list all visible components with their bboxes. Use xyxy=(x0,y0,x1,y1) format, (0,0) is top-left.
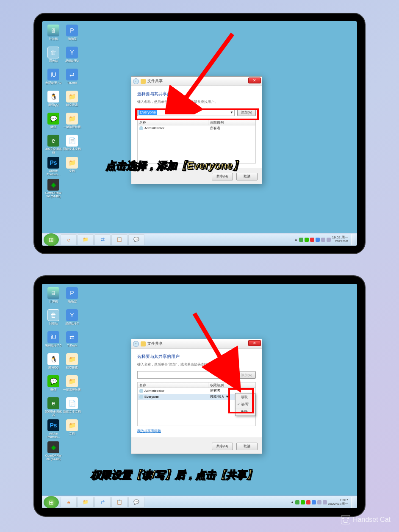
trouble-link[interactable]: 我的共享有问题 xyxy=(137,429,256,433)
dialog-body: 选择要与其共享的用户 键入名称，然后单击"添加"，或者单击箭头查找用户。 Eve… xyxy=(131,86,262,168)
tray-icon[interactable] xyxy=(316,238,320,242)
chevron-down-icon[interactable]: ▼ xyxy=(225,395,229,399)
user-list: Administrator 所有者 xyxy=(137,125,256,163)
user-list: Administrator 所有者 Everyone 读取/写入 ▼ ✓读取 ✓… xyxy=(137,388,256,426)
tray-icon[interactable] xyxy=(306,500,310,504)
chevron-down-icon[interactable]: ▼ xyxy=(230,111,233,114)
yimei-icon: Y xyxy=(66,309,78,321)
volume-icon[interactable] xyxy=(327,238,331,242)
back-icon[interactable]: ← xyxy=(133,78,139,84)
task-item[interactable]: 📁 xyxy=(78,234,94,245)
network-icon[interactable] xyxy=(321,238,325,242)
desktop-icon-mima[interactable]: iU密码助手7.0 xyxy=(44,331,62,352)
task-item[interactable]: 📋 xyxy=(111,497,127,508)
show-desktop-button[interactable] xyxy=(351,234,355,245)
desktop-icon-todesk[interactable]: ⇄ToDesk xyxy=(63,69,81,90)
desktop-icon-yijian[interactable]: 📁一键清理垃圾 xyxy=(63,113,81,134)
task-item[interactable]: 💬 xyxy=(128,497,144,508)
tray-icon[interactable] xyxy=(295,500,299,504)
desktop-icon-newtxt[interactable]: 📄新建文本文档 xyxy=(63,397,81,418)
desktop-icon-qq[interactable]: 🐧腾讯QQ xyxy=(44,353,62,374)
icon-label: 啪啪宝 xyxy=(63,300,81,303)
desktop-icon-computer[interactable]: 🖥计算机 xyxy=(44,25,62,46)
cancel-button[interactable]: 取消 xyxy=(236,173,258,180)
user-combobox[interactable]: ▼ xyxy=(137,371,235,379)
start-button[interactable]: ⊞ xyxy=(44,233,59,246)
desktop-icon-wechat[interactable]: 💬微信 xyxy=(44,113,62,134)
tray-icon[interactable] xyxy=(299,238,303,242)
start-button[interactable]: ⊞ xyxy=(44,496,59,509)
share-button[interactable]: 共享(H) xyxy=(212,443,233,450)
desktop-icon-wechat[interactable]: 💬微信 xyxy=(44,375,62,396)
table-row[interactable]: Administrator 所有者 xyxy=(138,125,255,131)
add-button[interactable]: 添加(A) xyxy=(237,108,256,116)
tray-icon[interactable] xyxy=(305,238,309,242)
share-button[interactable]: 共享(H) xyxy=(212,173,233,180)
desktop-icon-cdr[interactable]: ◆CorelDRAW X6 (64-Bit) xyxy=(44,441,62,463)
user-combobox[interactable]: Everyone ▼ xyxy=(137,108,235,116)
menu-item-remove[interactable]: ✓删除 xyxy=(236,408,255,416)
user-input-row: ▼ 添加(A) xyxy=(137,371,256,379)
menu-item-readwrite[interactable]: ✓读/写 xyxy=(236,401,255,408)
desktop-icon-papasou[interactable]: P啪啪宝 xyxy=(63,287,81,308)
desktop-icon-newtxt[interactable]: 📄新建文本文档 xyxy=(63,135,81,156)
task-item[interactable]: e xyxy=(61,234,77,245)
close-button[interactable]: ✕ xyxy=(248,78,261,83)
task-item[interactable]: 💬 xyxy=(128,234,144,245)
desktop-icon-cdr[interactable]: ◆CorelDRAW X6 (64-Bit) xyxy=(44,179,62,200)
dialog-heading: 选择要与其共享的用户 xyxy=(137,91,256,97)
cancel-button[interactable]: 取消 xyxy=(236,443,258,450)
user-input-row: Everyone ▼ 添加(A) xyxy=(137,108,256,116)
task-item[interactable]: 📋 xyxy=(111,234,127,245)
desktop-icon-yimei[interactable]: Y易媒助手2 xyxy=(63,47,81,68)
tray-icon[interactable] xyxy=(301,500,305,504)
desktop-icon-yijian[interactable]: 📁一键清理垃圾 xyxy=(63,375,81,396)
chevron-down-icon[interactable]: ▼ xyxy=(230,373,233,377)
network-icon[interactable] xyxy=(317,500,321,504)
desktop-icon-docs[interactable]: 📁文档 xyxy=(63,419,81,441)
desktop-icon-todesk[interactable]: ⇄ToDesk xyxy=(63,331,81,352)
tray-icon[interactable] xyxy=(312,500,316,504)
task-item[interactable]: ⇄ xyxy=(94,497,111,508)
close-button[interactable]: ✕ xyxy=(248,340,261,346)
desktop-icon-recycle[interactable]: 🗑回收站 xyxy=(44,47,62,68)
desktop-icon-jingkong[interactable]: 📁精空投递 xyxy=(63,91,81,112)
back-icon[interactable]: ← xyxy=(133,341,139,347)
desktop-icon-360[interactable]: e360安全浏览器 xyxy=(44,397,62,418)
task-item[interactable]: e xyxy=(61,497,77,508)
desktop-icon-jingkong[interactable]: 📁精空投递 xyxy=(63,353,81,374)
desktop-icon-docs[interactable]: 📁文档 xyxy=(63,157,81,178)
add-button[interactable]: 添加(A) xyxy=(237,371,256,379)
icon-label: 一键清理垃圾 xyxy=(63,125,81,129)
task-item[interactable]: 📁 xyxy=(78,497,94,508)
icon-label: 微信 xyxy=(44,388,62,391)
desktop-icon-computer[interactable]: 🖥计算机 xyxy=(44,287,62,308)
volume-icon[interactable] xyxy=(323,500,327,504)
dialog-title-icon xyxy=(141,341,146,346)
tray-icon[interactable] xyxy=(310,238,314,242)
desktop-icon-mima[interactable]: iU密码助手7.0 xyxy=(44,69,62,90)
clock[interactable]: 19:07 2022/8/8周一 xyxy=(328,499,348,506)
desktop-icon-yimei[interactable]: Y易媒助手2 xyxy=(63,309,81,330)
desktop-icon-360[interactable]: e360安全浏览器 xyxy=(44,135,62,156)
icon-label: 计算机 xyxy=(44,300,62,303)
task-item[interactable]: ⇄ xyxy=(94,234,111,245)
caption-top: 点击选择，添加【Everyone】 xyxy=(105,159,243,172)
desktop-icon-ps[interactable]: PsAdobe Photosh... xyxy=(44,419,62,441)
desktop-icon-qq[interactable]: 🐧腾讯QQ xyxy=(44,91,62,112)
desktop-icon-papasou[interactable]: P啪啪宝 xyxy=(63,25,81,46)
clock[interactable]: 19:02 周一 2022/8/8 xyxy=(332,236,348,244)
icon-label: 微信 xyxy=(44,125,62,129)
tray-expand-icon[interactable]: ▲ xyxy=(291,500,294,504)
menu-item-read[interactable]: ✓读取 xyxy=(236,393,255,401)
desktop-icon-recycle[interactable]: 🗑回收站 xyxy=(44,309,62,330)
tray-expand-icon[interactable]: ▲ xyxy=(294,238,298,241)
icon-label: Adobe Photosh... xyxy=(44,432,62,438)
icon-label: 回收站 xyxy=(44,322,62,325)
check-icon: ✓ xyxy=(237,402,240,406)
show-desktop-button[interactable] xyxy=(351,497,355,508)
icon-label: 回收站 xyxy=(44,59,62,63)
watermark: Handset Cat xyxy=(341,515,391,524)
desktop-icon-ps[interactable]: PsAdobe Photosh... xyxy=(44,157,62,178)
desktop-screen-top: 🖥计算机P啪啪宝🗑回收站Y易媒助手2iU密码助手7.0⇄ToDesk🐧腾讯QQ📁… xyxy=(42,21,357,246)
